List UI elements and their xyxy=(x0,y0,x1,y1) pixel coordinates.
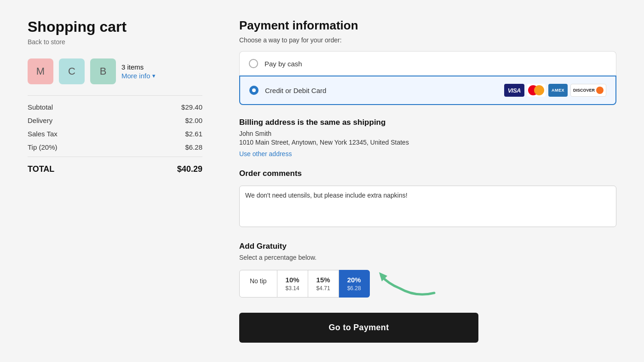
card-radio[interactable] xyxy=(249,86,259,95)
card-icons: VISA AMEX DISCOVER xyxy=(504,84,606,97)
sales-tax-label: Sales Tax xyxy=(28,130,58,138)
subtotal-value: $29.40 xyxy=(181,103,202,111)
subtotal-row: Subtotal $29.40 xyxy=(28,103,202,111)
total-row: TOTAL $40.29 xyxy=(28,164,202,174)
tip-label: Tip (20%) xyxy=(28,143,57,151)
total-divider xyxy=(28,157,202,157)
amex-icon: AMEX xyxy=(548,84,568,97)
tip-15-percent: 15% xyxy=(316,275,330,285)
tip-10-button[interactable]: 10% $3.14 xyxy=(277,270,308,298)
payment-title: Payment information xyxy=(239,18,616,33)
summary-table: Subtotal $29.40 Delivery $2.00 Sales Tax… xyxy=(28,103,202,174)
cash-radio[interactable] xyxy=(249,59,258,68)
billing-name: John Smith xyxy=(239,130,616,137)
gratuity-section: Add Gratuity Select a percentage below. … xyxy=(239,242,616,300)
card-label: Credit or Debit Card xyxy=(265,87,326,94)
tip-10-amount: $3.14 xyxy=(286,285,299,292)
tip-20-amount: $6.28 xyxy=(347,285,361,292)
mastercard-icon xyxy=(527,84,546,97)
no-tip-button[interactable]: No tip xyxy=(239,270,277,298)
page-container: Shopping cart Back to store M C B 3 item… xyxy=(28,18,616,343)
billing-title: Billing address is the same as shipping xyxy=(239,118,616,127)
items-count: 3 items xyxy=(121,63,155,71)
sales-tax-row: Sales Tax $2.61 xyxy=(28,130,202,138)
delivery-value: $2.00 xyxy=(185,117,202,124)
tip-20-percent: 20% xyxy=(347,275,361,285)
delivery-row: Delivery $2.00 xyxy=(28,117,202,124)
tip-15-amount: $4.71 xyxy=(316,285,330,292)
tip-row: Tip (20%) $6.28 xyxy=(28,143,202,151)
tip-options: No tip 10% $3.14 15% $4.71 20% $6.28 xyxy=(239,270,370,298)
more-info-label: More info xyxy=(121,72,150,80)
gratuity-title: Add Gratuity xyxy=(239,242,616,251)
left-column: Shopping cart Back to store M C B 3 item… xyxy=(28,18,202,343)
tip-10-percent: 10% xyxy=(286,275,299,285)
gratuity-subtitle: Select a percentage below. xyxy=(239,254,616,261)
discover-icon: DISCOVER xyxy=(570,84,606,97)
visa-icon: VISA xyxy=(504,84,524,97)
chevron-down-icon: ▾ xyxy=(152,72,155,79)
items-info: 3 items More info ▾ xyxy=(121,63,155,80)
payment-options: Pay by cash Credit or Debit Card VISA AM… xyxy=(239,51,616,105)
tip-value: $6.28 xyxy=(185,143,202,151)
comments-textarea[interactable]: We don't need utensils, but please inclu… xyxy=(239,186,616,227)
back-to-store-link[interactable]: Back to store xyxy=(28,38,202,46)
comments-title: Order comments xyxy=(239,169,616,178)
credit-debit-option[interactable]: Credit or Debit Card VISA AMEX DISCOVER xyxy=(239,76,616,105)
more-info-button[interactable]: More info ▾ xyxy=(121,72,155,80)
go-to-payment-button[interactable]: Go to Payment xyxy=(239,313,478,343)
avatar-c: C xyxy=(59,58,85,84)
billing-address: 1010 Main Street, Anytown, New York 1234… xyxy=(239,139,616,146)
tip-15-button[interactable]: 15% $4.71 xyxy=(308,270,339,298)
tip-20-button[interactable]: 20% $6.28 xyxy=(339,270,370,298)
cart-title: Shopping cart xyxy=(28,18,202,35)
pay-by-cash-option[interactable]: Pay by cash xyxy=(239,51,616,76)
delivery-label: Delivery xyxy=(28,117,52,124)
billing-section: Billing address is the same as shipping … xyxy=(239,118,616,158)
right-column: Payment information Choose a way to pay … xyxy=(239,18,616,343)
total-label: TOTAL xyxy=(28,164,54,174)
use-other-address-button[interactable]: Use other address xyxy=(239,150,292,158)
payment-subtitle: Choose a way to pay for your order: xyxy=(239,36,616,44)
sales-tax-value: $2.61 xyxy=(185,130,202,138)
divider xyxy=(28,95,202,96)
no-tip-label: No tip xyxy=(250,277,267,286)
avatar-m: M xyxy=(28,58,53,84)
avatars-row: M C B 3 items More info ▾ xyxy=(28,58,202,84)
subtotal-label: Subtotal xyxy=(28,103,53,111)
arrow-annotation xyxy=(374,268,439,300)
total-value: $40.29 xyxy=(177,164,202,174)
avatar-b: B xyxy=(90,58,116,84)
cash-label: Pay by cash xyxy=(264,60,302,68)
comments-section: Order comments We don't need utensils, b… xyxy=(239,169,616,229)
